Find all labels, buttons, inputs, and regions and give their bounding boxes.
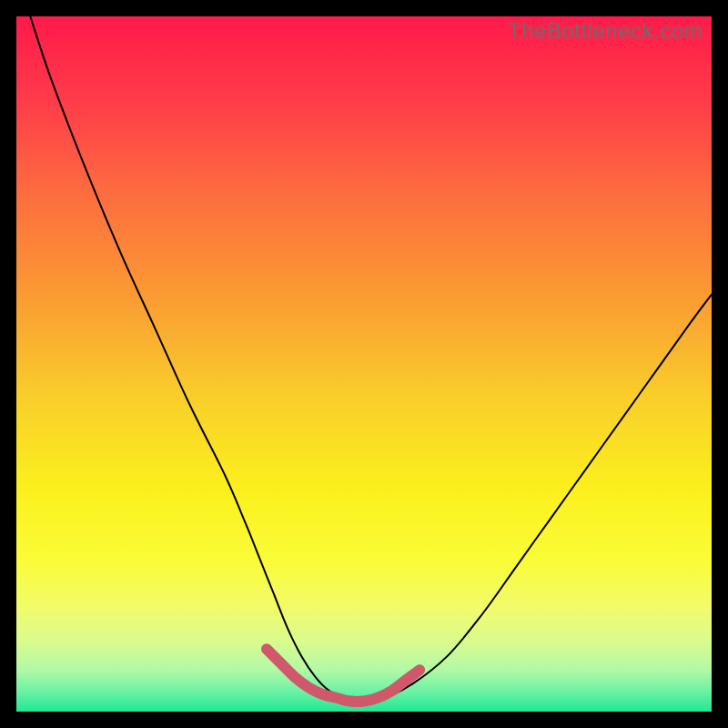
- chart-frame: TheBottleneck.com: [0, 0, 728, 728]
- main-curve: [30, 16, 712, 702]
- watermark-text: TheBottleneck.com: [508, 18, 703, 44]
- chart-curves: [16, 16, 712, 712]
- valley-highlight-curve: [267, 649, 420, 702]
- chart-plot-area: TheBottleneck.com: [16, 16, 712, 712]
